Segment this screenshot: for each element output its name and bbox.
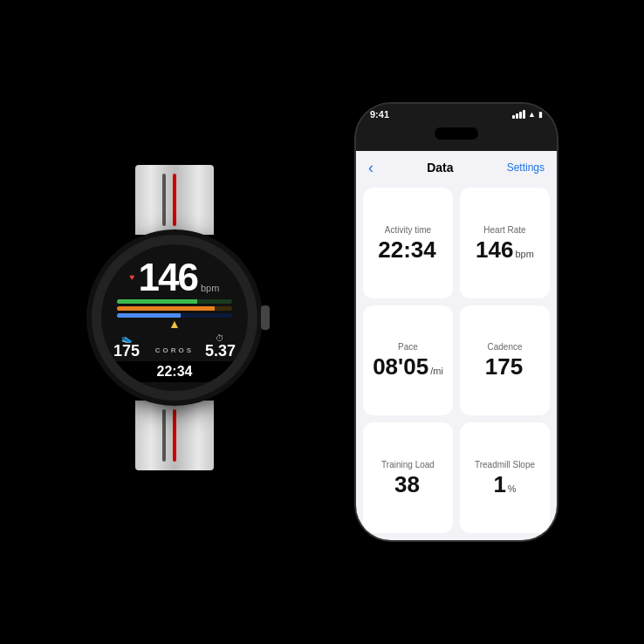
- status-icons: ▲ ▮: [512, 110, 543, 119]
- watch-face: ♥ 146 bpm: [101, 244, 248, 391]
- nav-bar: ‹ Data Settings: [356, 151, 557, 181]
- back-button[interactable]: ‹: [368, 160, 373, 175]
- watch-hr-unit: bpm: [201, 283, 219, 293]
- card-value-0: 22:34: [378, 238, 438, 261]
- band-bottom: [135, 401, 214, 470]
- status-time: 9:41: [370, 109, 389, 120]
- signal-bars: [512, 110, 525, 119]
- watch-bars: [110, 299, 239, 318]
- watch-case: ♥ 146 bpm: [92, 235, 257, 401]
- card-heart-rate: Heart Rate 146 bpm: [460, 188, 550, 298]
- watch-distance-metric: ⏱ 5.37: [205, 333, 236, 359]
- watch-cadence-value: 175: [113, 343, 140, 359]
- phone: 9:41 ▲ ▮ ‹ Data Settings: [356, 104, 557, 540]
- brand-label: COROS: [155, 346, 194, 354]
- data-grid: Activity time 22:34 Heart Rate 146 bpm P…: [356, 181, 557, 540]
- phone-notch-inner: [435, 127, 478, 140]
- card-value-1: 146 bpm: [476, 238, 534, 261]
- watch-cadence-metric: 👟 175: [113, 333, 140, 359]
- card-training-load: Training Load 38: [363, 422, 453, 533]
- card-pace: Pace 08'05 /mi: [363, 305, 453, 416]
- progress-bar-green: [117, 299, 232, 304]
- watch-top-row: ♥ 146 bpm: [130, 258, 220, 297]
- progress-bar-orange: [117, 306, 232, 311]
- card-label-4: Training Load: [381, 460, 435, 469]
- card-value-2: 08'05 /mi: [373, 355, 443, 378]
- phone-screen: ‹ Data Settings Activity time 22:34 Hear…: [356, 151, 557, 540]
- watch-arrow: ▲: [168, 317, 181, 331]
- card-label-0: Activity time: [385, 225, 431, 235]
- watch-time: 22:34: [110, 361, 239, 382]
- nav-title: Data: [427, 161, 453, 175]
- watch: ♥ 146 bpm: [52, 165, 297, 514]
- card-activity-time: Activity time 22:34: [363, 188, 453, 298]
- card-label-3: Cadence: [487, 342, 522, 352]
- card-label-2: Pace: [398, 342, 418, 352]
- card-value-5: 1 %: [493, 473, 516, 496]
- card-value-4: 38: [394, 473, 421, 496]
- card-value-3: 175: [485, 355, 524, 378]
- card-treadmill-slope: Treadmill Slope 1 %: [460, 422, 550, 533]
- battery-icon: ▮: [538, 110, 543, 119]
- wifi-icon: ▲: [528, 110, 536, 119]
- watch-hr-value: 146: [139, 258, 197, 297]
- settings-button[interactable]: Settings: [507, 161, 545, 174]
- band-top: [135, 165, 214, 235]
- watch-distance-value: 5.37: [205, 343, 236, 359]
- phone-notch-area: [356, 120, 557, 151]
- status-bar: 9:41 ▲ ▮: [356, 104, 557, 120]
- heart-icon: ♥: [130, 272, 135, 282]
- card-cadence: Cadence 175: [460, 305, 550, 416]
- watch-crown: [261, 305, 270, 330]
- phone-notch: [421, 125, 491, 142]
- scene: ♥ 146 bpm: [0, 0, 644, 644]
- watch-middle-row: ▲: [168, 317, 181, 331]
- card-label-1: Heart Rate: [483, 225, 525, 235]
- card-label-5: Treadmill Slope: [475, 460, 535, 469]
